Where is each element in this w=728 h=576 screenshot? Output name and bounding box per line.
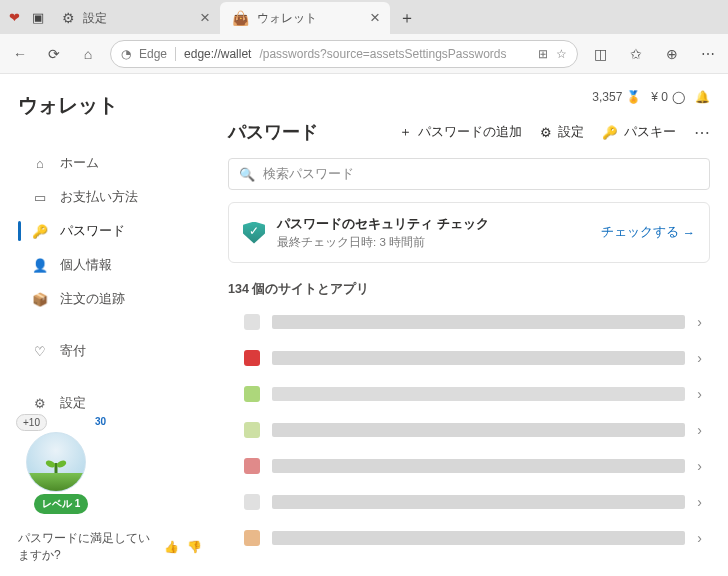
key-icon: 🔑 bbox=[32, 224, 48, 239]
sidebar-item-label: 設定 bbox=[60, 394, 86, 412]
back-button[interactable]: ← bbox=[8, 42, 32, 66]
points-count-badge: 30 bbox=[95, 416, 106, 427]
bell-icon[interactable]: 🔔 bbox=[695, 90, 710, 104]
shopping-icon[interactable]: ⊞ bbox=[538, 47, 548, 61]
sidebar-item-home[interactable]: ⌂ ホーム bbox=[18, 147, 202, 179]
address-url-path: /passwords?source=assetsSettingsPassword… bbox=[259, 47, 506, 61]
thumbs-down-icon[interactable]: 👎 bbox=[187, 538, 202, 556]
passwords-list[interactable]: ››››››› bbox=[228, 304, 710, 556]
address-bar[interactable]: ◔ Edge edge://wallet/passwords?source=as… bbox=[110, 40, 578, 68]
new-tab-button[interactable]: ＋ bbox=[390, 2, 424, 34]
password-row[interactable]: › bbox=[228, 484, 710, 520]
chevron-right-icon: › bbox=[697, 350, 702, 366]
wallet-icon: 👜 bbox=[232, 10, 249, 26]
security-card-subtitle: 最終チェック日時: 3 時間前 bbox=[277, 235, 589, 250]
tab-wallet[interactable]: 👜 ウォレット × bbox=[220, 2, 390, 34]
site-name-redacted bbox=[272, 387, 685, 401]
sidebar-item-donate[interactable]: ♡ 寄付 bbox=[18, 335, 202, 367]
person-icon: 👤 bbox=[32, 258, 48, 273]
site-favicon-icon bbox=[244, 314, 260, 330]
more-menu-icon[interactable]: ⋯ bbox=[694, 123, 710, 142]
workspaces-icon[interactable]: ▣ bbox=[30, 9, 46, 25]
add-password-button[interactable]: ＋ パスワードの追加 bbox=[399, 124, 522, 141]
thumbs-up-icon[interactable]: 👍 bbox=[164, 538, 179, 556]
trophy-icon: 🏅 bbox=[626, 90, 641, 104]
password-row[interactable]: › bbox=[228, 520, 710, 556]
page-title: パスワード bbox=[228, 120, 318, 144]
package-icon: 📦 bbox=[32, 292, 48, 307]
add-password-label: パスワードの追加 bbox=[418, 124, 522, 141]
level-globe-icon bbox=[26, 432, 86, 492]
level-widget[interactable]: +10 30 レベル 1 bbox=[22, 420, 92, 510]
site-favicon-icon bbox=[244, 422, 260, 438]
password-row[interactable]: › bbox=[228, 340, 710, 376]
chevron-right-icon: › bbox=[697, 422, 702, 438]
chevron-right-icon: › bbox=[697, 314, 702, 330]
passwords-settings-button[interactable]: ⚙ 設定 bbox=[540, 124, 584, 141]
toolbar-right: ◫ ✩ ⊕ ⋯ bbox=[588, 42, 720, 66]
app-title: ウォレット bbox=[18, 92, 202, 119]
browser-toolbar: ← ⟳ ⌂ ◔ Edge edge://wallet/passwords?sou… bbox=[0, 34, 728, 74]
tab-settings[interactable]: ⚙ 設定 × bbox=[50, 2, 220, 34]
heart-favicon-icon[interactable]: ❤ bbox=[6, 9, 22, 25]
menu-icon[interactable]: ⋯ bbox=[696, 42, 720, 66]
card-icon: ▭ bbox=[32, 190, 48, 205]
home-button[interactable]: ⌂ bbox=[76, 42, 100, 66]
collections-icon[interactable]: ⊕ bbox=[660, 42, 684, 66]
passkey-icon: 🔑 bbox=[602, 125, 618, 140]
passkey-button[interactable]: 🔑 パスキー bbox=[602, 124, 676, 141]
home-icon: ⌂ bbox=[32, 156, 48, 171]
site-favicon-icon bbox=[244, 458, 260, 474]
currency-value: ¥ 0 bbox=[651, 90, 668, 104]
sidebar-item-personal[interactable]: 👤 個人情報 bbox=[18, 249, 202, 281]
search-icon: 🔍 bbox=[239, 167, 255, 182]
arrow-right-icon: → bbox=[683, 226, 696, 240]
security-card-title: パスワードのセキュリティ チェック bbox=[277, 215, 589, 233]
site-favicon-icon bbox=[244, 530, 260, 546]
password-row[interactable]: › bbox=[228, 376, 710, 412]
settings-label: 設定 bbox=[558, 124, 584, 141]
favorite-icon[interactable]: ☆ bbox=[556, 47, 567, 61]
refresh-button[interactable]: ⟳ bbox=[42, 42, 66, 66]
site-name-redacted bbox=[272, 351, 685, 365]
security-check-link[interactable]: チェックする → bbox=[601, 224, 696, 241]
site-name-redacted bbox=[272, 495, 685, 509]
site-name-redacted bbox=[272, 531, 685, 545]
titlebar: ❤ ▣ ⚙ 設定 × 👜 ウォレット × ＋ bbox=[0, 0, 728, 34]
security-check-card[interactable]: パスワードのセキュリティ チェック 最終チェック日時: 3 時間前 チェックする… bbox=[228, 202, 710, 263]
site-favicon-icon bbox=[244, 386, 260, 402]
sidebar-item-label: 個人情報 bbox=[60, 256, 112, 274]
sidebar-item-payment[interactable]: ▭ お支払い方法 bbox=[18, 181, 202, 213]
feedback-prompt: パスワードに満足していますか? 👍 👎 bbox=[18, 530, 202, 564]
points-bonus-badge: +10 bbox=[16, 414, 47, 431]
sidebar-item-label: 注文の追跡 bbox=[60, 290, 125, 308]
sidebar-item-orders[interactable]: 📦 注文の追跡 bbox=[18, 283, 202, 315]
search-input[interactable]: 🔍 検索パスワード bbox=[228, 158, 710, 190]
security-check-label: チェックする bbox=[601, 224, 679, 241]
search-placeholder: 検索パスワード bbox=[263, 165, 354, 183]
sidebar-item-label: 寄付 bbox=[60, 342, 86, 360]
cashback[interactable]: ¥ 0 ◯ bbox=[651, 90, 685, 104]
page-header: パスワード ＋ パスワードの追加 ⚙ 設定 🔑 パスキー ⋯ bbox=[228, 120, 710, 144]
chevron-right-icon: › bbox=[697, 494, 702, 510]
sidebar-item-settings[interactable]: ⚙ 設定 bbox=[18, 387, 202, 419]
password-row[interactable]: › bbox=[228, 448, 710, 484]
address-url-base: edge://wallet bbox=[184, 47, 251, 61]
site-favicon-icon bbox=[244, 494, 260, 510]
sidebar-item-label: ホーム bbox=[60, 154, 99, 172]
split-screen-icon[interactable]: ◫ bbox=[588, 42, 612, 66]
favorites-icon[interactable]: ✩ bbox=[624, 42, 648, 66]
edge-logo-icon: ◔ bbox=[121, 47, 131, 61]
sidebar-nav: ⌂ ホーム ▭ お支払い方法 🔑 パスワード 👤 個人情報 📦 注文の追跡 ♡ bbox=[18, 147, 202, 419]
tab-label: ウォレット bbox=[257, 10, 317, 27]
password-row[interactable]: › bbox=[228, 412, 710, 448]
titlebar-left-icons: ❤ ▣ bbox=[0, 0, 50, 34]
sidebar-item-label: パスワード bbox=[60, 222, 125, 240]
sidebar-item-passwords[interactable]: 🔑 パスワード bbox=[18, 215, 202, 247]
close-icon[interactable]: × bbox=[370, 8, 380, 28]
shield-check-icon bbox=[243, 222, 265, 244]
password-row[interactable]: › bbox=[228, 304, 710, 340]
rewards-points[interactable]: 3,357 🏅 bbox=[592, 90, 641, 104]
sidebar: ウォレット ⌂ ホーム ▭ お支払い方法 🔑 パスワード 👤 個人情報 📦 注文… bbox=[0, 74, 210, 576]
close-icon[interactable]: × bbox=[200, 8, 210, 28]
